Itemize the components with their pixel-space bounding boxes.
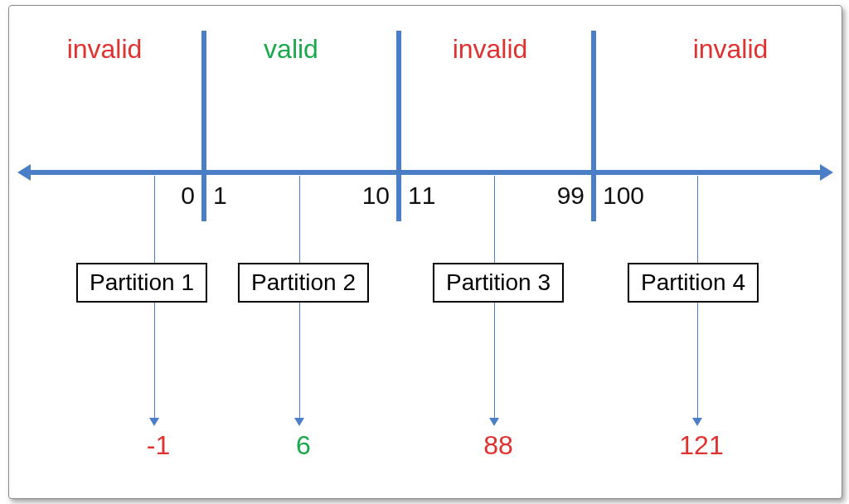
sample-value-1: -1 [147, 430, 170, 461]
boundary-1: 1 [213, 182, 227, 210]
arrow-down-icon [692, 418, 702, 426]
status-partition-2: valid [264, 34, 318, 65]
status-partition-1: invalid [67, 34, 143, 65]
boundary-bar-1 [201, 31, 206, 221]
partition-box-3: Partition 3 [433, 263, 564, 303]
boundary-100: 100 [603, 182, 644, 210]
status-partition-4: invalid [693, 34, 769, 65]
sample-value-4: 121 [679, 430, 723, 461]
number-line [27, 170, 823, 175]
axis-arrow-right-icon [820, 164, 833, 181]
boundary-99: 99 [557, 182, 585, 210]
partition-box-1: Partition 1 [76, 263, 207, 303]
boundary-bar-3 [591, 31, 596, 221]
arrow-down-icon [149, 418, 159, 426]
boundary-bar-2 [396, 31, 401, 221]
axis-arrow-left-icon [17, 164, 31, 181]
arrow-down-icon [294, 418, 304, 426]
boundary-11: 11 [408, 182, 435, 210]
arrow-down-icon [489, 418, 499, 426]
partition-box-2: Partition 2 [238, 263, 369, 303]
sample-value-3: 88 [483, 430, 513, 461]
equivalence-partition-diagram: invalid valid invalid invalid 0 1 10 11 … [9, 6, 842, 498]
status-partition-3: invalid [453, 34, 528, 65]
boundary-10: 10 [362, 182, 390, 210]
sample-value-2: 6 [296, 430, 311, 461]
partition-box-4: Partition 4 [628, 263, 759, 303]
boundary-0: 0 [181, 182, 195, 210]
